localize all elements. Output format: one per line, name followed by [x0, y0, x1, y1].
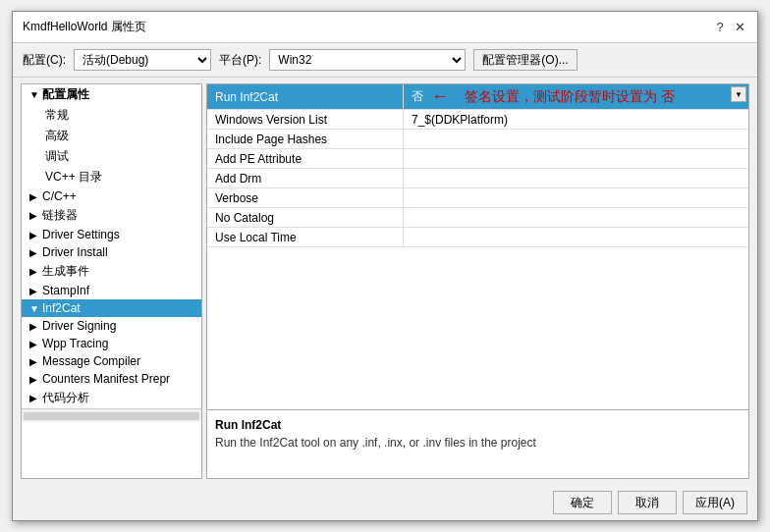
tree-group-linker[interactable]: ▶链接器 — [22, 205, 201, 226]
property-value-run-inf2cat: 否←签名设置，测试阶段暂时设置为 否 — [404, 84, 748, 109]
title-controls: ? ✕ — [712, 20, 747, 35]
tree-arrow-cpp: ▶ — [29, 191, 39, 202]
properties-dialog: KmdfHelloWorld 属性页 ? ✕ 配置(C): 活动(Debug) … — [12, 11, 758, 521]
property-value-add-drm — [404, 169, 748, 187]
property-row-no-catalog[interactable]: No Catalog — [207, 208, 748, 228]
tree-group-label-code-analysis: 代码分析 — [42, 390, 89, 406]
dialog-title: KmdfHelloWorld 属性页 — [23, 19, 146, 35]
tree-arrow-driver-settings: ▶ — [29, 230, 39, 240]
property-list-container: Run Inf2Cat否←签名设置，测试阶段暂时设置为 否Windows Ver… — [207, 84, 748, 409]
property-row-windows-version[interactable]: Windows Version List7_$(DDKPlatform) — [207, 110, 748, 130]
tree-arrow-counters: ▶ — [29, 374, 39, 385]
platform-select[interactable]: Win32 — [269, 49, 466, 71]
dropdown-button[interactable]: ▼ — [731, 86, 746, 102]
title-bar: KmdfHelloWorld 属性页 ? ✕ — [13, 12, 757, 43]
tree-arrow-build-events: ▶ — [29, 266, 39, 277]
apply-button[interactable]: 应用(A) — [683, 491, 747, 514]
property-name-include-page-hashes: Include Page Hashes — [207, 130, 404, 148]
property-name-verbose: Verbose — [207, 188, 404, 207]
tree-group-label-build-events: 生成事件 — [42, 263, 89, 280]
bottom-buttons: 确定 取消 应用(A) — [13, 485, 757, 520]
red-arrow-icon: ← — [431, 86, 449, 107]
property-row-include-page-hashes[interactable]: Include Page Hashes — [207, 130, 748, 149]
tree-group-label-cpp: C/C++ — [42, 189, 77, 203]
description-panel: Run Inf2Cat Run the Inf2Cat tool on any … — [207, 409, 748, 478]
property-row-add-drm[interactable]: Add Drm — [207, 169, 748, 188]
tree-group-label-driver-settings: Driver Settings — [42, 228, 120, 241]
description-text: Run the Inf2Cat tool on any .inf, .inx, … — [215, 436, 741, 450]
config-manager-button[interactable]: 配置管理器(O)... — [473, 49, 577, 71]
tree-group-label-inf2cat: Inf2Cat — [42, 301, 81, 315]
property-name-no-catalog: No Catalog — [207, 208, 404, 227]
tree-group-inf2cat[interactable]: ▼Inf2Cat — [22, 299, 201, 317]
tree-arrow-inf2cat: ▼ — [29, 303, 39, 314]
tree-root: ▼ 配置属性 — [22, 84, 201, 105]
ok-button[interactable]: 确定 — [553, 491, 612, 514]
property-value-verbose — [404, 188, 748, 207]
property-value-use-local-time — [404, 228, 748, 246]
main-content: ▼ 配置属性 常规高级调试VC++ 目录▶C/C++▶链接器▶Driver Se… — [21, 83, 749, 479]
tree-root-arrow: ▼ — [29, 89, 39, 100]
tree-group-label-message-compiler: Message Compiler — [42, 354, 140, 368]
tree-arrow-code-analysis: ▶ — [29, 393, 39, 403]
tree-arrow-stampinf: ▶ — [29, 286, 39, 296]
right-panel: Run Inf2Cat否←签名设置，测试阶段暂时设置为 否Windows Ver… — [206, 83, 749, 479]
help-button[interactable]: ? — [712, 20, 728, 35]
tree-arrow-message-compiler: ▶ — [29, 356, 39, 367]
annotation-arrow: ← — [423, 86, 449, 107]
description-title: Run Inf2Cat — [215, 418, 741, 432]
tree-group-driver-install[interactable]: ▶Driver Install — [22, 243, 201, 261]
tree-group-label-linker: 链接器 — [42, 207, 78, 224]
tree-group-build-events[interactable]: ▶生成事件 — [22, 261, 201, 282]
left-panel: ▼ 配置属性 常规高级调试VC++ 目录▶C/C++▶链接器▶Driver Se… — [21, 83, 202, 479]
property-row-add-pe-attribute[interactable]: Add PE Attribute — [207, 149, 748, 169]
tree-item-vc-dirs[interactable]: VC++ 目录 — [22, 167, 201, 187]
property-value-add-pe-attribute — [404, 149, 748, 168]
tree-arrow-driver-signing: ▶ — [29, 321, 39, 332]
tree-group-code-analysis[interactable]: ▶代码分析 — [22, 388, 201, 408]
tree-arrow-linker: ▶ — [29, 210, 39, 221]
property-list: Run Inf2Cat否←签名设置，测试阶段暂时设置为 否Windows Ver… — [207, 84, 748, 247]
tree-item-general[interactable]: 常规 — [22, 105, 201, 126]
tree-group-counters[interactable]: ▶Counters Manifest Prepr — [22, 370, 201, 388]
tree-group-wpp-tracing[interactable]: ▶Wpp Tracing — [22, 335, 201, 352]
property-name-use-local-time: Use Local Time — [207, 228, 404, 246]
cancel-button[interactable]: 取消 — [618, 491, 677, 514]
property-name-run-inf2cat: Run Inf2Cat — [207, 84, 404, 109]
tree-item-advanced[interactable]: 高级 — [22, 126, 201, 146]
property-value-include-page-hashes — [404, 130, 748, 148]
annotation-text: 签名设置，测试阶段暂时设置为 否 — [465, 88, 675, 106]
property-value-windows-version: 7_$(DDKPlatform) — [404, 110, 748, 129]
config-select[interactable]: 活动(Debug) — [74, 49, 211, 71]
property-row-run-inf2cat[interactable]: Run Inf2Cat否←签名设置，测试阶段暂时设置为 否 — [207, 84, 748, 110]
config-label: 配置(C): — [23, 52, 66, 69]
scroll-bar-h — [24, 412, 199, 420]
platform-label: 平台(P): — [219, 52, 261, 69]
tree-group-driver-signing[interactable]: ▶Driver Signing — [22, 317, 201, 335]
property-name-add-drm: Add Drm — [207, 169, 404, 187]
value-text-run-inf2cat: 否 — [412, 88, 423, 105]
tree-group-label-wpp-tracing: Wpp Tracing — [42, 337, 108, 350]
property-name-windows-version: Windows Version List — [207, 110, 404, 129]
title-bar-left: KmdfHelloWorld 属性页 — [23, 19, 146, 35]
tree-group-message-compiler[interactable]: ▶Message Compiler — [22, 352, 201, 370]
property-row-verbose[interactable]: Verbose — [207, 188, 748, 208]
tree-item-debug[interactable]: 调试 — [22, 146, 201, 167]
tree-group-label-driver-install: Driver Install — [42, 245, 108, 259]
close-button[interactable]: ✕ — [732, 20, 747, 35]
left-scrollbar[interactable] — [22, 408, 201, 422]
tree-arrow-wpp-tracing: ▶ — [29, 339, 39, 349]
tree-group-label-driver-signing: Driver Signing — [42, 319, 116, 333]
tree-group-stampinf[interactable]: ▶StampInf — [22, 282, 201, 299]
property-name-add-pe-attribute: Add PE Attribute — [207, 149, 404, 168]
tree-group-cpp[interactable]: ▶C/C++ — [22, 187, 201, 205]
property-value-no-catalog — [404, 208, 748, 227]
tree-group-label-stampinf: StampInf — [42, 284, 89, 297]
tree-group-driver-settings[interactable]: ▶Driver Settings — [22, 226, 201, 243]
tree-group-label-counters: Counters Manifest Prepr — [42, 372, 170, 386]
property-row-use-local-time[interactable]: Use Local Time — [207, 228, 748, 247]
tree-container: 常规高级调试VC++ 目录▶C/C++▶链接器▶Driver Settings▶… — [22, 105, 201, 408]
tree-arrow-driver-install: ▶ — [29, 247, 39, 258]
tree-root-label: 配置属性 — [42, 86, 89, 103]
toolbar: 配置(C): 活动(Debug) 平台(P): Win32 配置管理器(O)..… — [13, 43, 757, 78]
